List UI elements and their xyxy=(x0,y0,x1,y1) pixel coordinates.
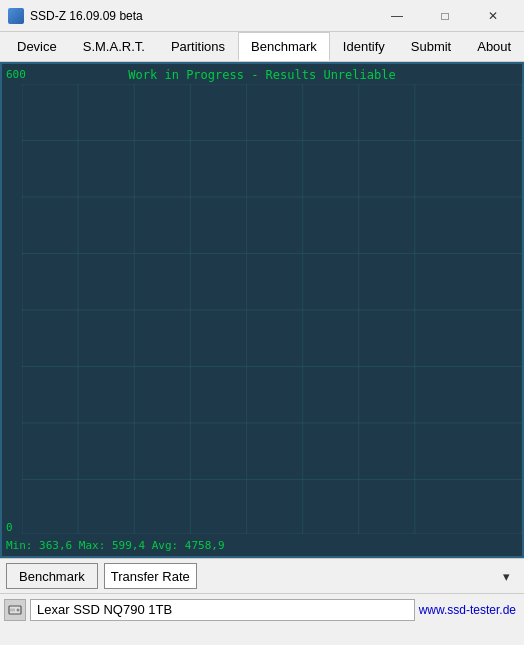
transfer-rate-dropdown[interactable]: Transfer Rate Access Time IOPS xyxy=(104,563,197,589)
close-button[interactable]: ✕ xyxy=(470,6,516,26)
minimize-button[interactable]: — xyxy=(374,6,420,26)
maximize-button[interactable]: □ xyxy=(422,6,468,26)
status-bar: Lexar SSD NQ790 1TB www.ssd-tester.de xyxy=(0,593,524,625)
app-icon xyxy=(8,8,24,24)
dropdown-wrapper: Transfer Rate Access Time IOPS xyxy=(104,563,518,589)
title-bar-text: SSD-Z 16.09.09 beta xyxy=(30,9,374,23)
title-bar-controls: — □ ✕ xyxy=(374,6,516,26)
website-link[interactable]: www.ssd-tester.de xyxy=(419,603,516,617)
chart-title: Work in Progress - Results Unreliable xyxy=(2,68,522,82)
menu-bar: Device S.M.A.R.T. Partitions Benchmark I… xyxy=(0,32,524,62)
chart-area: 600 Work in Progress - Results Unreliabl… xyxy=(0,62,524,558)
menu-benchmark[interactable]: Benchmark xyxy=(238,32,330,61)
svg-rect-20 xyxy=(10,608,15,611)
menu-partitions[interactable]: Partitions xyxy=(158,32,238,61)
menu-smart[interactable]: S.M.A.R.T. xyxy=(70,32,158,61)
menu-device[interactable]: Device xyxy=(4,32,70,61)
benchmark-button[interactable]: Benchmark xyxy=(6,563,98,589)
drive-icon xyxy=(4,599,26,621)
y-axis-bottom-label: 0 xyxy=(6,521,13,534)
menu-about[interactable]: About xyxy=(464,32,524,61)
drive-label: Lexar SSD NQ790 1TB xyxy=(30,599,415,621)
chart-svg xyxy=(22,84,522,534)
menu-submit[interactable]: Submit xyxy=(398,32,464,61)
chart-stats: Min: 363,6 Max: 599,4 Avg: 4758,9 xyxy=(6,539,225,552)
bottom-controls: Benchmark Transfer Rate Access Time IOPS xyxy=(0,558,524,593)
svg-point-19 xyxy=(17,608,20,611)
title-bar: SSD-Z 16.09.09 beta — □ ✕ xyxy=(0,0,524,32)
menu-identify[interactable]: Identify xyxy=(330,32,398,61)
